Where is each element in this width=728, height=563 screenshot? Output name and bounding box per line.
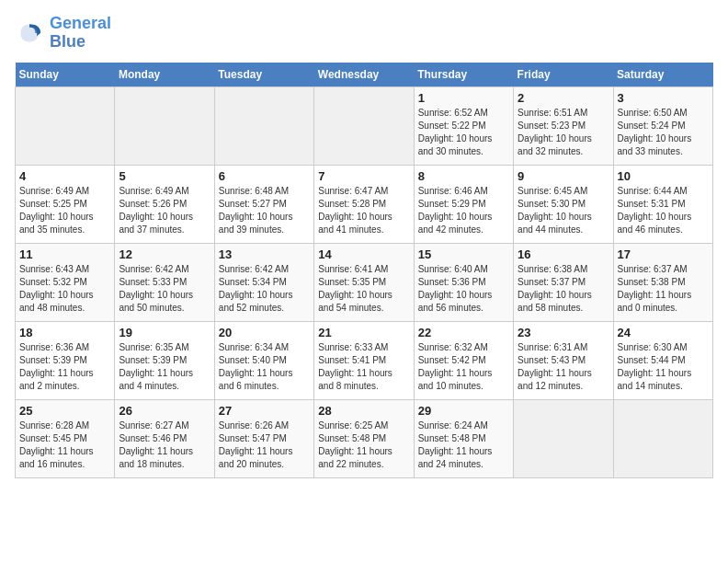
day-info: Sunrise: 6:30 AM Sunset: 5:44 PM Dayligh… — [618, 341, 709, 393]
day-number: 16 — [518, 247, 609, 261]
day-info: Sunrise: 6:49 AM Sunset: 5:25 PM Dayligh… — [19, 185, 110, 236]
day-number: 29 — [418, 404, 509, 418]
day-info: Sunrise: 6:28 AM Sunset: 5:45 PM Dayligh… — [19, 419, 110, 471]
day-info: Sunrise: 6:51 AM Sunset: 5:23 PM Dayligh… — [518, 107, 609, 158]
day-number: 21 — [318, 326, 409, 339]
day-number: 7 — [318, 169, 409, 183]
day-info: Sunrise: 6:25 AM Sunset: 5:48 PM Dayligh… — [318, 419, 409, 471]
calendar-cell: 27Sunrise: 6:26 AM Sunset: 5:47 PM Dayli… — [214, 399, 313, 477]
calendar-cell: 21Sunrise: 6:33 AM Sunset: 5:41 PM Dayli… — [314, 321, 414, 399]
calendar-cell: 23Sunrise: 6:31 AM Sunset: 5:43 PM Dayli… — [514, 321, 613, 399]
logo-icon — [15, 18, 44, 48]
day-number: 27 — [219, 404, 310, 418]
day-number: 13 — [219, 247, 310, 261]
calendar-header-row: SundayMondayTuesdayWednesdayThursdayFrid… — [16, 63, 713, 87]
calendar-cell: 20Sunrise: 6:34 AM Sunset: 5:40 PM Dayli… — [214, 321, 313, 399]
logo: General Blue — [15, 15, 111, 52]
calendar-cell: 28Sunrise: 6:25 AM Sunset: 5:48 PM Dayli… — [314, 399, 414, 477]
calendar-cell: 8Sunrise: 6:46 AM Sunset: 5:29 PM Daylig… — [414, 165, 513, 243]
day-number: 9 — [518, 169, 609, 183]
calendar-cell: 26Sunrise: 6:27 AM Sunset: 5:46 PM Dayli… — [115, 399, 214, 477]
day-number: 19 — [119, 326, 210, 339]
day-number: 4 — [19, 169, 110, 183]
calendar-cell: 25Sunrise: 6:28 AM Sunset: 5:45 PM Dayli… — [16, 399, 115, 477]
calendar-cell: 13Sunrise: 6:42 AM Sunset: 5:34 PM Dayli… — [214, 243, 313, 321]
day-number: 17 — [618, 247, 709, 261]
day-number: 8 — [418, 169, 509, 183]
logo-text: General Blue — [50, 15, 111, 52]
day-info: Sunrise: 6:37 AM Sunset: 5:38 PM Dayligh… — [618, 263, 709, 315]
page-header: General Blue — [15, 15, 713, 52]
calendar-cell: 29Sunrise: 6:24 AM Sunset: 5:48 PM Dayli… — [414, 399, 513, 477]
day-info: Sunrise: 6:49 AM Sunset: 5:26 PM Dayligh… — [119, 185, 210, 236]
day-info: Sunrise: 6:48 AM Sunset: 5:27 PM Dayligh… — [219, 185, 310, 236]
calendar-cell: 19Sunrise: 6:35 AM Sunset: 5:39 PM Dayli… — [115, 321, 214, 399]
day-number: 22 — [418, 326, 509, 339]
calendar-cell: 12Sunrise: 6:42 AM Sunset: 5:33 PM Dayli… — [115, 243, 214, 321]
day-info: Sunrise: 6:35 AM Sunset: 5:39 PM Dayligh… — [119, 341, 210, 393]
calendar-cell — [613, 399, 712, 477]
day-number: 10 — [618, 169, 709, 183]
day-info: Sunrise: 6:24 AM Sunset: 5:48 PM Dayligh… — [418, 419, 509, 471]
day-number: 14 — [318, 247, 409, 261]
calendar-cell: 1Sunrise: 6:52 AM Sunset: 5:22 PM Daylig… — [414, 86, 513, 165]
calendar-week-row: 4Sunrise: 6:49 AM Sunset: 5:25 PM Daylig… — [16, 165, 713, 243]
calendar-cell: 2Sunrise: 6:51 AM Sunset: 5:23 PM Daylig… — [514, 86, 613, 165]
day-number: 1 — [418, 91, 509, 105]
day-info: Sunrise: 6:26 AM Sunset: 5:47 PM Dayligh… — [219, 419, 310, 471]
calendar-cell: 11Sunrise: 6:43 AM Sunset: 5:32 PM Dayli… — [16, 243, 115, 321]
calendar-cell: 24Sunrise: 6:30 AM Sunset: 5:44 PM Dayli… — [613, 321, 712, 399]
day-number: 2 — [518, 91, 609, 105]
day-number: 3 — [618, 91, 709, 105]
day-number: 23 — [518, 326, 609, 339]
day-number: 26 — [119, 404, 210, 418]
day-number: 12 — [119, 247, 210, 261]
day-info: Sunrise: 6:27 AM Sunset: 5:46 PM Dayligh… — [119, 419, 210, 471]
calendar-cell — [16, 86, 115, 165]
calendar-cell: 3Sunrise: 6:50 AM Sunset: 5:24 PM Daylig… — [613, 86, 712, 165]
day-info: Sunrise: 6:52 AM Sunset: 5:22 PM Dayligh… — [418, 107, 509, 158]
day-of-week-header: Sunday — [16, 63, 115, 87]
calendar-cell: 18Sunrise: 6:36 AM Sunset: 5:39 PM Dayli… — [16, 321, 115, 399]
day-info: Sunrise: 6:42 AM Sunset: 5:33 PM Dayligh… — [119, 263, 210, 315]
calendar-week-row: 11Sunrise: 6:43 AM Sunset: 5:32 PM Dayli… — [16, 243, 713, 321]
calendar-cell: 15Sunrise: 6:40 AM Sunset: 5:36 PM Dayli… — [414, 243, 513, 321]
day-info: Sunrise: 6:36 AM Sunset: 5:39 PM Dayligh… — [19, 341, 110, 393]
day-info: Sunrise: 6:34 AM Sunset: 5:40 PM Dayligh… — [219, 341, 310, 393]
calendar-cell: 5Sunrise: 6:49 AM Sunset: 5:26 PM Daylig… — [115, 165, 214, 243]
day-number: 28 — [318, 404, 409, 418]
calendar-cell: 16Sunrise: 6:38 AM Sunset: 5:37 PM Dayli… — [514, 243, 613, 321]
day-number: 15 — [418, 247, 509, 261]
day-of-week-header: Thursday — [414, 63, 513, 87]
day-info: Sunrise: 6:45 AM Sunset: 5:30 PM Dayligh… — [518, 185, 609, 236]
calendar-cell: 22Sunrise: 6:32 AM Sunset: 5:42 PM Dayli… — [414, 321, 513, 399]
day-info: Sunrise: 6:31 AM Sunset: 5:43 PM Dayligh… — [518, 341, 609, 393]
calendar-cell — [115, 86, 214, 165]
day-info: Sunrise: 6:41 AM Sunset: 5:35 PM Dayligh… — [318, 263, 409, 315]
day-info: Sunrise: 6:40 AM Sunset: 5:36 PM Dayligh… — [418, 263, 509, 315]
day-number: 24 — [618, 326, 709, 339]
day-number: 5 — [119, 169, 210, 183]
calendar-cell: 10Sunrise: 6:44 AM Sunset: 5:31 PM Dayli… — [613, 165, 712, 243]
day-number: 6 — [219, 169, 310, 183]
calendar-table: SundayMondayTuesdayWednesdayThursdayFrid… — [15, 63, 713, 478]
day-info: Sunrise: 6:32 AM Sunset: 5:42 PM Dayligh… — [418, 341, 509, 393]
day-number: 11 — [19, 247, 110, 261]
day-number: 25 — [19, 404, 110, 418]
calendar-cell: 9Sunrise: 6:45 AM Sunset: 5:30 PM Daylig… — [514, 165, 613, 243]
day-of-week-header: Monday — [115, 63, 214, 87]
day-info: Sunrise: 6:33 AM Sunset: 5:41 PM Dayligh… — [318, 341, 409, 393]
calendar-week-row: 18Sunrise: 6:36 AM Sunset: 5:39 PM Dayli… — [16, 321, 713, 399]
calendar-cell: 7Sunrise: 6:47 AM Sunset: 5:28 PM Daylig… — [314, 165, 414, 243]
day-info: Sunrise: 6:42 AM Sunset: 5:34 PM Dayligh… — [219, 263, 310, 315]
day-info: Sunrise: 6:46 AM Sunset: 5:29 PM Dayligh… — [418, 185, 509, 236]
day-info: Sunrise: 6:50 AM Sunset: 5:24 PM Dayligh… — [618, 107, 709, 158]
calendar-cell: 4Sunrise: 6:49 AM Sunset: 5:25 PM Daylig… — [16, 165, 115, 243]
calendar-cell — [214, 86, 313, 165]
day-of-week-header: Saturday — [613, 63, 712, 87]
calendar-cell: 6Sunrise: 6:48 AM Sunset: 5:27 PM Daylig… — [214, 165, 313, 243]
day-info: Sunrise: 6:47 AM Sunset: 5:28 PM Dayligh… — [318, 185, 409, 236]
calendar-cell: 14Sunrise: 6:41 AM Sunset: 5:35 PM Dayli… — [314, 243, 414, 321]
day-of-week-header: Tuesday — [214, 63, 313, 87]
day-info: Sunrise: 6:38 AM Sunset: 5:37 PM Dayligh… — [518, 263, 609, 315]
